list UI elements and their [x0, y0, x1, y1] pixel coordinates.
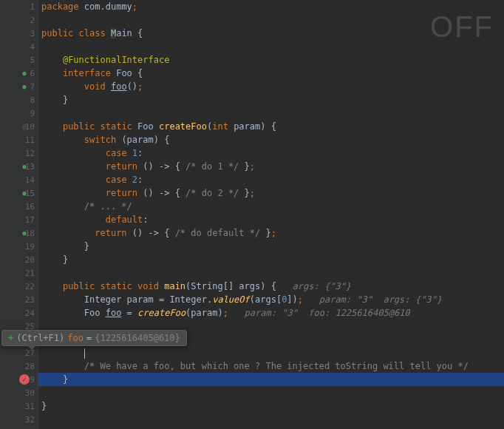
gutter-line[interactable]: 11: [0, 133, 38, 146]
gutter: 1 2 3 4 5 6● 7● 8 9 10@ 11 12 13● 14 15●…: [0, 0, 38, 429]
gutter-line[interactable]: 4: [0, 40, 38, 53]
gutter-line[interactable]: 15●: [0, 186, 38, 200]
gutter-line[interactable]: 29✓: [0, 373, 38, 386]
gutter-line[interactable]: 28: [0, 359, 38, 373]
gutter-line[interactable]: 16: [0, 200, 38, 213]
gutter-line[interactable]: 12: [0, 146, 38, 160]
plus-icon[interactable]: +: [8, 333, 13, 343]
gutter-line[interactable]: 17: [0, 213, 38, 226]
gutter-line[interactable]: 23: [0, 293, 38, 306]
gutter-line[interactable]: 2: [0, 13, 38, 27]
gutter-line[interactable]: 32: [0, 413, 38, 426]
debug-tooltip[interactable]: + (Ctrl+F1) foo = {1225616405@610}: [1, 330, 187, 346]
gutter-line[interactable]: 7●: [0, 80, 38, 93]
gutter-line[interactable]: 24: [0, 306, 38, 320]
editor: 1 2 3 4 5 6● 7● 8 9 10@ 11 12 13● 14 15●…: [0, 0, 504, 429]
tooltip-var: foo: [67, 333, 84, 343]
annotation-icon[interactable]: @: [19, 121, 30, 132]
override-icon[interactable]: ●: [19, 188, 30, 198]
gutter-line[interactable]: 3: [0, 27, 38, 40]
breakpoint-icon[interactable]: ✓: [19, 374, 30, 385]
code-area[interactable]: OFF package com.dummy; public class Main…: [38, 0, 504, 429]
gutter-line[interactable]: 21: [0, 266, 38, 280]
gutter-line[interactable]: 8: [0, 93, 38, 107]
caret: [84, 348, 85, 359]
gutter-line[interactable]: 19: [0, 240, 38, 253]
gutter-line[interactable]: 10@: [0, 120, 38, 133]
gutter-line[interactable]: 5: [0, 53, 38, 67]
gutter-line[interactable]: 20: [0, 253, 38, 266]
gutter-line[interactable]: 6●: [0, 67, 38, 80]
gutter-line[interactable]: 14: [0, 173, 38, 186]
gutter-line[interactable]: 9: [0, 107, 38, 120]
gutter-line[interactable]: 18●: [0, 226, 38, 240]
gutter-line[interactable]: 30: [0, 386, 38, 399]
gutter-line[interactable]: 13●: [0, 160, 38, 173]
tooltip-value: {1225616405@610}: [95, 333, 180, 343]
tooltip-shortcut: (Ctrl+F1): [16, 333, 64, 343]
override-icon[interactable]: ●: [19, 68, 30, 78]
override-icon[interactable]: ●: [19, 161, 30, 172]
gutter-line[interactable]: 31: [0, 399, 38, 413]
gutter-line[interactable]: 22: [0, 280, 38, 293]
override-icon[interactable]: ●: [19, 228, 30, 238]
override-icon[interactable]: ●: [19, 81, 30, 92]
gutter-line[interactable]: 1: [0, 0, 38, 13]
